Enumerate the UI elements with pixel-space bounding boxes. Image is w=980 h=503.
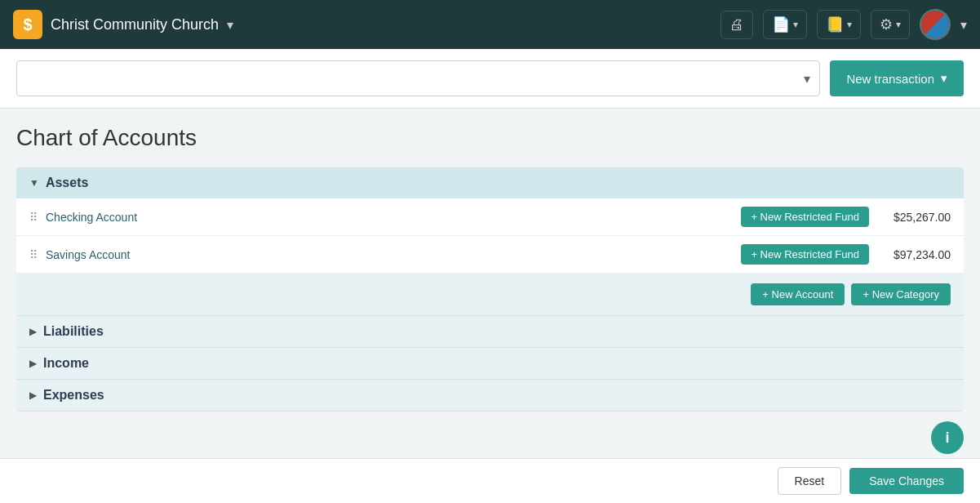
savings-drag-handle[interactable]: ⠿: [29, 248, 38, 261]
settings-arrow: ▾: [896, 19, 901, 30]
assets-header[interactable]: ▼ Assets: [16, 167, 964, 198]
help-button[interactable]: i: [931, 421, 964, 454]
dollar-icon: $: [13, 10, 42, 39]
avatar-button[interactable]: [920, 9, 951, 40]
navbar-left: $ Christ Community Church ▾: [13, 10, 233, 39]
expenses-header[interactable]: ▶ Expenses: [16, 380, 964, 411]
avatar-arrow[interactable]: ▾: [960, 17, 967, 33]
expenses-label: Expenses: [43, 388, 104, 403]
new-transaction-arrow: ▾: [941, 71, 947, 86]
add-doc-button[interactable]: 📄 ▾: [763, 10, 807, 39]
new-account-button[interactable]: + New Account: [751, 283, 845, 305]
savings-account-row: ⠿ Savings Account + New Restricted Fund …: [16, 236, 964, 274]
new-transaction-label: New transaction: [846, 72, 934, 86]
chart-of-accounts-panel: ▼ Assets ⠿ Checking Account + New Restri…: [16, 167, 964, 412]
new-transaction-button[interactable]: New transaction ▾: [830, 60, 964, 96]
new-category-button[interactable]: + New Category: [851, 283, 951, 305]
settings-button[interactable]: ⚙ ▾: [871, 10, 910, 39]
action-bar: ▾ New transaction ▾: [0, 49, 980, 109]
notebook-arrow: ▾: [847, 19, 852, 30]
assets-label: Assets: [46, 176, 88, 190]
liabilities-section: ▶ Liabilities: [16, 316, 964, 348]
savings-new-restricted-btn[interactable]: + New Restricted Fund: [741, 244, 869, 265]
assets-add-row: + New Account + New Category: [16, 274, 964, 315]
checking-account-name: Checking Account: [46, 211, 733, 224]
assets-chevron: ▼: [29, 177, 39, 189]
footer: Reset Save Changes: [0, 458, 980, 503]
add-doc-arrow: ▾: [793, 19, 798, 30]
navbar-right: 🖨 📄 ▾ 📒 ▾ ⚙ ▾ ▾: [721, 9, 967, 40]
add-doc-icon: 📄: [772, 16, 790, 33]
liabilities-header[interactable]: ▶ Liabilities: [16, 316, 964, 347]
org-name[interactable]: Christ Community Church: [51, 16, 219, 33]
save-changes-button[interactable]: Save Changes: [849, 468, 964, 494]
gear-icon: ⚙: [880, 16, 893, 33]
savings-account-name: Savings Account: [46, 248, 733, 261]
search-input[interactable]: [16, 60, 820, 96]
print-button[interactable]: 🖨: [721, 11, 753, 39]
income-section: ▶ Income: [16, 348, 964, 380]
savings-balance: $97,234.00: [877, 248, 951, 261]
checking-new-restricted-btn[interactable]: + New Restricted Fund: [741, 207, 869, 227]
page-title: Chart of Accounts: [16, 125, 964, 151]
reset-button[interactable]: Reset: [778, 467, 842, 495]
income-header[interactable]: ▶ Income: [16, 348, 964, 379]
main-content: Chart of Accounts ▼ Assets ⠿ Checking Ac…: [0, 109, 980, 412]
expenses-section: ▶ Expenses: [16, 380, 964, 412]
checking-drag-handle[interactable]: ⠿: [29, 211, 38, 224]
checking-account-row: ⠿ Checking Account + New Restricted Fund…: [16, 198, 964, 236]
org-dropdown-arrow[interactable]: ▾: [227, 17, 233, 33]
liabilities-chevron: ▶: [29, 326, 37, 337]
checking-balance: $25,267.00: [877, 211, 951, 224]
search-wrapper: ▾: [16, 60, 820, 96]
help-icon: i: [945, 430, 949, 447]
assets-section: ▼ Assets ⠿ Checking Account + New Restri…: [16, 167, 964, 316]
income-label: Income: [43, 356, 89, 371]
navbar: $ Christ Community Church ▾ 🖨 📄 ▾ 📒 ▾ ⚙ …: [0, 0, 980, 49]
expenses-chevron: ▶: [29, 389, 37, 401]
income-chevron: ▶: [29, 358, 37, 369]
notebook-icon: 📒: [826, 16, 844, 33]
notebook-button[interactable]: 📒 ▾: [817, 10, 861, 39]
avatar-image: [921, 11, 949, 38]
liabilities-label: Liabilities: [43, 324, 104, 339]
print-icon: 🖨: [729, 16, 744, 33]
